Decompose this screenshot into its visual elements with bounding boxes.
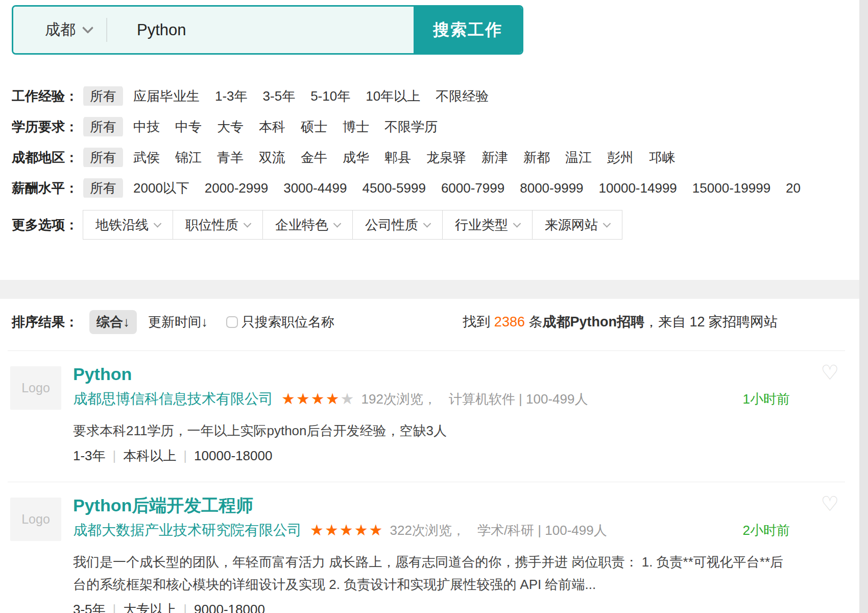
chevron-down-icon <box>333 219 342 227</box>
filter-label: 学历要求： <box>12 118 83 136</box>
filter-option[interactable]: 锦江 <box>175 149 202 167</box>
filter-option[interactable]: 5-10年 <box>310 87 350 105</box>
filter-option[interactable]: 中技 <box>133 118 160 136</box>
filter-option[interactable]: 1-3年 <box>215 87 248 105</box>
filter-panel: 工作经验： 所有 应届毕业生1-3年3-5年5-10年10年以上不限经验 学历要… <box>12 86 801 240</box>
filter-option[interactable]: 彭州 <box>607 149 634 167</box>
city-label: 成都 <box>45 19 76 40</box>
experience-requirement: 1-3年 <box>73 448 106 463</box>
more-filter-dropdown[interactable]: 地铁沿线 <box>83 210 173 240</box>
result-summary: 找到 2386 条成都Python招聘，来自 12 家招聘网站 <box>463 313 778 331</box>
job-description: 我们是一个成长型的团队，年轻而富有活力 成长路上，愿有志同道合的你，携手并进 岗… <box>73 551 785 596</box>
filter-option[interactable]: 6000-7999 <box>441 180 504 196</box>
filter-option[interactable]: 大专 <box>217 118 244 136</box>
view-count: 322次浏览， <box>390 520 465 540</box>
filter-option[interactable]: 10000-14999 <box>599 180 677 196</box>
section-separator <box>0 280 868 299</box>
sort-comprehensive-button[interactable]: 综合↓ <box>89 310 137 334</box>
job-meta: 3-5年|大专以上|9000-18000 <box>73 599 790 613</box>
title-only-checkbox[interactable] <box>226 316 238 328</box>
star-rating: ★★★★★ <box>281 389 355 409</box>
star-filled-icon: ★★★★ <box>281 390 341 407</box>
more-filter-dropdown[interactable]: 行业类型 <box>442 210 533 240</box>
filter-selected-chip[interactable]: 所有 <box>83 117 123 136</box>
filter-option[interactable]: 不限学历 <box>384 118 438 136</box>
filter-option[interactable]: 本科 <box>259 118 285 136</box>
filter-label: 更多选项： <box>12 216 83 234</box>
filter-option[interactable]: 新津 <box>481 149 508 167</box>
search-input[interactable] <box>107 7 414 53</box>
filter-selected-chip[interactable]: 所有 <box>83 86 123 106</box>
filter-label: 成都地区： <box>12 149 83 167</box>
experience-requirement: 3-5年 <box>73 602 106 613</box>
filter-option[interactable]: 新都 <box>523 149 550 167</box>
posted-time: 1小时前 <box>743 389 790 409</box>
chevron-down-icon <box>513 219 521 227</box>
filter-selected-chip[interactable]: 所有 <box>83 178 123 198</box>
filter-option[interactable]: 硕士 <box>301 118 327 136</box>
job-card: Logo Python 成都思博信科信息技术有限公司 ★★★★★ 192次浏览，… <box>8 350 845 482</box>
more-filter-dropdown[interactable]: 来源网站 <box>532 210 622 240</box>
industry-size: 计算机软件 | 100-499人 <box>449 389 588 409</box>
filter-option[interactable]: 郫县 <box>384 149 411 167</box>
company-logo: Logo <box>10 498 61 541</box>
filter-row-salary: 薪酬水平： 所有 2000以下2000-29993000-44994500-59… <box>12 178 801 198</box>
filter-option[interactable]: 博士 <box>343 118 369 136</box>
filter-option[interactable]: 不限经验 <box>436 87 489 105</box>
search-button[interactable]: 搜索工作 <box>414 7 522 53</box>
industry-size: 学术/科研 | 100-499人 <box>477 520 607 540</box>
job-card: Logo Python后端开发工程师 成都大数据产业技术研究院有限公司 ★★★★… <box>8 482 845 613</box>
posted-time: 2小时前 <box>743 520 790 540</box>
title-only-checkbox-label[interactable]: 只搜索职位名称 <box>242 313 334 331</box>
filter-option[interactable]: 15000-19999 <box>692 180 770 196</box>
filter-option[interactable]: 应届毕业生 <box>133 87 200 105</box>
job-title-link[interactable]: Python <box>73 363 132 385</box>
filter-option[interactable]: 2000以下 <box>133 179 189 197</box>
filter-option[interactable]: 武侯 <box>133 149 160 167</box>
company-link[interactable]: 成都大数据产业技术研究院有限公司 <box>73 520 302 540</box>
filter-option[interactable]: 温江 <box>565 149 592 167</box>
salary-range: 9000-18000 <box>194 602 265 613</box>
filter-option[interactable]: 3000-4499 <box>283 180 347 196</box>
more-filter-dropdown[interactable]: 职位性质 <box>173 210 263 240</box>
filter-option[interactable]: 龙泉驿 <box>426 149 466 167</box>
filter-option[interactable]: 金牛 <box>301 149 327 167</box>
more-filter-dropdown[interactable]: 企业特色 <box>262 210 353 240</box>
chevron-down-icon <box>82 22 94 34</box>
more-filter-dropdown[interactable]: 公司性质 <box>352 210 443 240</box>
filter-option[interactable]: 双流 <box>259 149 285 167</box>
city-selector[interactable]: 成都 <box>13 7 106 53</box>
salary-range: 10000-18000 <box>194 448 272 463</box>
company-link[interactable]: 成都思博信科信息技术有限公司 <box>73 389 273 409</box>
filter-row-district: 成都地区： 所有 武侯锦江青羊双流金牛成华郫县龙泉驿新津新都温江彭州邛崃 <box>12 148 801 167</box>
search-section: 成都 搜索工作 <box>12 5 868 55</box>
filter-selected-chip[interactable]: 所有 <box>83 148 123 167</box>
company-logo: Logo <box>10 366 61 410</box>
chevron-down-icon <box>603 219 611 227</box>
star-filled-icon: ★★★★★ <box>310 522 383 538</box>
sort-update-time-button[interactable]: 更新时间↓ <box>148 313 208 331</box>
chevron-down-icon <box>244 219 252 227</box>
filter-option[interactable]: 中专 <box>175 118 202 136</box>
star-empty-icon: ★ <box>341 390 355 407</box>
filter-option[interactable]: 8000-9999 <box>520 180 583 196</box>
filter-option[interactable]: 20000-24999 <box>786 180 801 196</box>
chevron-down-icon <box>154 219 162 227</box>
filter-option[interactable]: 10年以上 <box>366 87 420 105</box>
filter-option[interactable]: 成华 <box>343 149 369 167</box>
filter-option[interactable]: 3-5年 <box>263 87 296 105</box>
filter-option[interactable]: 4500-5999 <box>363 180 426 196</box>
sort-bar: 排序结果： 综合↓ 更新时间↓ 只搜索职位名称 找到 2386 条成都Pytho… <box>12 310 778 334</box>
job-title-link[interactable]: Python后端开发工程师 <box>73 494 253 516</box>
filter-option[interactable]: 青羊 <box>217 149 244 167</box>
scrollbar[interactable] <box>859 0 868 613</box>
favorite-icon[interactable]: ♡ <box>821 493 839 514</box>
filter-option[interactable]: 邛崃 <box>649 149 676 167</box>
education-requirement: 大专以上 <box>123 602 176 613</box>
filter-option[interactable]: 2000-2999 <box>205 180 268 196</box>
view-count: 192次浏览， <box>361 389 436 409</box>
filter-label: 工作经验： <box>12 87 83 105</box>
favorite-icon[interactable]: ♡ <box>821 362 839 383</box>
result-count: 2386 <box>494 314 525 329</box>
job-description: 要求本科211学历，一年以上实际python后台开发经验，空缺3人 <box>73 419 785 442</box>
